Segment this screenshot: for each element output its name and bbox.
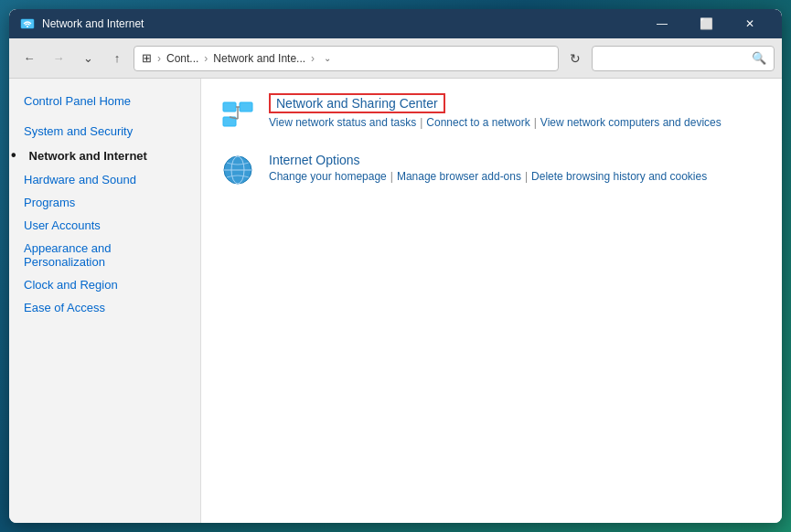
svg-point-1 <box>27 26 28 27</box>
internet-options-icon <box>219 152 256 188</box>
delete-history-link[interactable]: Delete browsing history and cookies <box>531 170 707 183</box>
view-network-computers-link[interactable]: View network computers and devices <box>540 116 722 129</box>
sidebar-item-programs[interactable]: Programs <box>9 191 200 214</box>
network-sharing-links: View network status and tasks | Connect … <box>269 116 722 129</box>
forward-button[interactable]: → <box>46 46 71 71</box>
network-sharing-icon <box>219 93 256 130</box>
address-bar[interactable]: ⊞ › Cont... › Network and Inte... › ⌄ <box>134 46 559 71</box>
content-area: Control Panel Home System and Security N… <box>9 79 782 523</box>
sidebar-item-appearance[interactable]: Appearance and Personalization <box>9 237 200 273</box>
address-chevron-icon: ⌄ <box>324 53 331 63</box>
sidebar-item-user-accounts[interactable]: User Accounts <box>9 214 200 237</box>
internet-options-links: Change your homepage | Manage browser ad… <box>269 170 707 183</box>
search-box[interactable]: 🔍 <box>592 46 775 71</box>
refresh-button[interactable]: ↻ <box>562 46 588 71</box>
sidebar-item-clock-and-region[interactable]: Clock and Region <box>9 273 200 296</box>
internet-options-content: Internet Options Change your homepage | … <box>269 152 707 183</box>
addressbar: ← → ⌄ ↑ ⊞ › Cont... › Network and Inte..… <box>9 38 782 79</box>
close-button[interactable]: ✕ <box>729 9 771 38</box>
change-homepage-link[interactable]: Change your homepage <box>269 170 387 183</box>
internet-options-title[interactable]: Internet Options <box>269 153 360 167</box>
window-icon <box>20 16 35 31</box>
svg-rect-2 <box>223 102 236 112</box>
breadcrumb-current: Network and Inte... <box>213 52 305 65</box>
sidebar-item-hardware-and-sound[interactable]: Hardware and Sound <box>9 168 200 191</box>
internet-options-section: Internet Options Change your homepage | … <box>219 152 764 188</box>
network-sharing-content: Network and Sharing Center View network … <box>269 93 722 129</box>
sidebar-item-network-and-internet: Network and Internet <box>9 143 200 168</box>
titlebar-left: Network and Internet <box>20 16 144 31</box>
main-window: Network and Internet — ⬜ ✕ ← → ⌄ ↑ ⊞ › C… <box>9 9 782 523</box>
view-network-status-link[interactable]: View network status and tasks <box>269 116 416 129</box>
connect-to-network-link[interactable]: Connect to a network <box>426 116 529 129</box>
breadcrumb-control: Cont... <box>166 52 198 65</box>
sidebar-item-system-and-security[interactable]: System and Security <box>9 120 200 143</box>
sidebar-item-ease-of-access[interactable]: Ease of Access <box>9 296 200 319</box>
sidebar-divider <box>9 112 200 120</box>
window-title: Network and Internet <box>42 17 144 30</box>
manage-addons-link[interactable]: Manage browser add-ons <box>397 170 521 183</box>
svg-rect-3 <box>240 102 252 112</box>
search-icon[interactable]: 🔍 <box>752 51 766 65</box>
main-panel: Network and Sharing Center View network … <box>201 79 782 523</box>
breadcrumb-home-icon: ⊞ <box>142 51 152 65</box>
minimize-button[interactable]: — <box>641 9 683 38</box>
titlebar: Network and Internet — ⬜ ✕ <box>9 9 782 38</box>
network-sharing-title[interactable]: Network and Sharing Center <box>269 93 445 113</box>
up-button[interactable]: ↑ <box>104 46 130 71</box>
network-sharing-section: Network and Sharing Center View network … <box>219 93 764 130</box>
sidebar: Control Panel Home System and Security N… <box>9 79 201 523</box>
back-button[interactable]: ← <box>16 46 42 71</box>
recent-button[interactable]: ⌄ <box>75 46 101 71</box>
maximize-button[interactable]: ⬜ <box>685 9 727 38</box>
window-controls: — ⬜ ✕ <box>641 9 771 38</box>
sidebar-item-control-panel-home[interactable]: Control Panel Home <box>9 90 200 112</box>
